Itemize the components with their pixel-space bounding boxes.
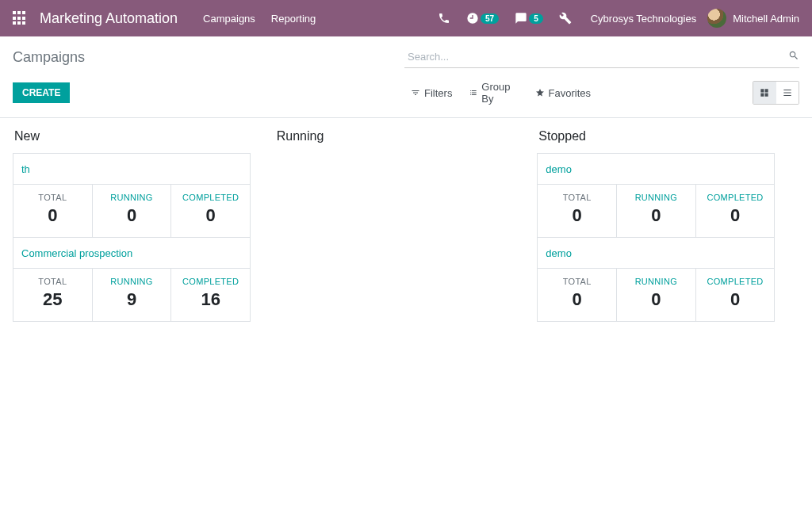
column-title: Running: [275, 129, 538, 143]
campaign-name[interactable]: th: [21, 163, 30, 175]
stat-completed: COMPLETED16: [170, 269, 250, 321]
column-running: Running: [275, 129, 538, 153]
activities-badge: 57: [481, 13, 499, 24]
campaign-name[interactable]: Commercial prospection: [21, 247, 132, 259]
messages-badge: 5: [529, 13, 543, 24]
campaign-card[interactable]: demo TOTAL0 RUNNING0 COMPLETED0: [538, 237, 774, 321]
column-title: Stopped: [537, 129, 799, 143]
view-switcher: [753, 81, 799, 105]
funnel-icon: [411, 88, 420, 98]
control-panel: Campaigns CREATE Filters Group By Favori…: [0, 36, 812, 118]
main-navbar: Marketing Automation Campaigns Reporting…: [0, 0, 812, 36]
phone-icon[interactable]: [438, 12, 450, 25]
company-selector[interactable]: Cybrosys Technologies: [591, 13, 696, 25]
breadcrumb: Campaigns: [13, 49, 85, 66]
star-icon: [535, 88, 545, 98]
nav-campaigns[interactable]: Campaigns: [203, 13, 255, 25]
groupby-dropdown[interactable]: Group By: [463, 78, 523, 108]
user-name: Mitchell Admin: [733, 13, 799, 25]
stat-running: RUNNING0: [92, 185, 171, 237]
campaign-card[interactable]: th TOTAL0 RUNNING0 COMPLETED0: [13, 154, 250, 237]
column-new: New th TOTAL0 RUNNING0 COMPLETED0 Commer…: [13, 129, 275, 322]
campaign-name[interactable]: demo: [546, 247, 572, 259]
favorites-dropdown[interactable]: Favorites: [529, 84, 597, 102]
stat-running: RUNNING0: [616, 269, 695, 321]
column-stopped: Stopped demo TOTAL0 RUNNING0 COMPLETED0 …: [537, 129, 799, 322]
column-title: New: [13, 129, 275, 143]
groupby-label: Group By: [481, 81, 517, 105]
search-input[interactable]: [404, 46, 788, 67]
filters-dropdown[interactable]: Filters: [404, 84, 458, 102]
search-container: [404, 46, 799, 68]
list-view-icon: [782, 87, 793, 98]
user-menu[interactable]: Mitchell Admin: [707, 9, 799, 28]
search-icon[interactable]: [788, 50, 799, 64]
campaign-card[interactable]: demo TOTAL0 RUNNING0 COMPLETED0: [538, 154, 774, 237]
stat-completed: COMPLETED0: [170, 185, 250, 237]
nav-reporting[interactable]: Reporting: [271, 13, 316, 25]
avatar-icon: [707, 9, 726, 28]
stat-running: RUNNING0: [616, 185, 695, 237]
create-button[interactable]: CREATE: [13, 82, 70, 103]
messages-icon[interactable]: 5: [515, 12, 543, 25]
kanban-view-button[interactable]: [753, 82, 776, 104]
activities-icon[interactable]: 57: [466, 12, 499, 25]
stat-total: TOTAL0: [538, 269, 616, 321]
filters-label: Filters: [424, 87, 452, 99]
stat-completed: COMPLETED0: [695, 269, 775, 321]
stat-total: TOTAL25: [13, 269, 92, 321]
stat-total: TOTAL0: [538, 185, 616, 237]
kanban-icon: [759, 87, 770, 98]
campaign-name[interactable]: demo: [546, 163, 572, 175]
kanban-view: New th TOTAL0 RUNNING0 COMPLETED0 Commer…: [0, 118, 812, 333]
stat-total: TOTAL0: [13, 185, 92, 237]
list-icon: [469, 88, 477, 98]
favorites-label: Favorites: [549, 87, 591, 99]
stat-running: RUNNING9: [92, 269, 171, 321]
list-view-button[interactable]: [776, 82, 799, 104]
campaign-card[interactable]: Commercial prospection TOTAL25 RUNNING9 …: [13, 237, 250, 321]
app-brand[interactable]: Marketing Automation: [40, 10, 178, 27]
debug-icon[interactable]: [559, 12, 572, 25]
stat-completed: COMPLETED0: [695, 185, 775, 237]
apps-icon[interactable]: [13, 11, 27, 25]
